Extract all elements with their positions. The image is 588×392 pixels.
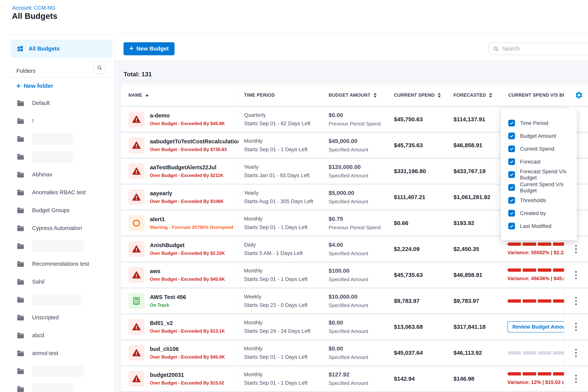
period-type: Yearly — [244, 164, 323, 170]
column-header[interactable]: FORECASTED — [448, 92, 502, 98]
budget-name[interactable]: aayearly — [150, 190, 224, 196]
column-menu-item-label: Forecast Spend V/s Budget — [520, 168, 577, 181]
table-row[interactable]: AWS Test 456 On Track Weekly Starts Sep … — [122, 288, 588, 314]
table-row[interactable]: bud_cli106 Over Budget - Exceeded By $45… — [122, 340, 588, 366]
column-settings-gear-icon[interactable] — [575, 91, 583, 99]
budget-amount-type: Specified Amount — [328, 328, 388, 334]
folder-list-item[interactable]: Unscripted — [16, 308, 112, 326]
budget-name[interactable]: a-demo — [150, 112, 225, 119]
alert-triangle-icon — [132, 167, 141, 176]
budget-name[interactable]: bud_cli106 — [150, 346, 225, 352]
grid-icon — [17, 45, 24, 52]
column-menu-item-label: Forecast — [520, 159, 540, 165]
time-period-cell: Yearly Starts Aug 01 - 305 Days Left — [238, 190, 323, 204]
checkbox-checked-icon[interactable] — [508, 171, 515, 178]
column-menu-item[interactable]: Last Modified — [508, 220, 577, 232]
folder-list-item[interactable] — [16, 237, 112, 255]
folder-list-item[interactable]: Default — [16, 94, 112, 112]
review-budget-amount-button[interactable]: Review Budget Amount — [508, 321, 564, 332]
checkbox-checked-icon[interactable] — [508, 184, 515, 191]
budget-status-text: Over Budget - Exceeded By $211K — [150, 173, 224, 178]
column-header[interactable]: BUDGET AMOUNT — [323, 92, 388, 98]
folder-list-item[interactable]: anmol-test — [16, 344, 112, 362]
budget-amount-value: $127.92 — [328, 371, 388, 378]
table-row[interactable]: AnishBudget Over Budget - Exceeded By $2… — [122, 237, 588, 263]
column-menu-item[interactable]: Created by — [508, 207, 577, 220]
folder-name: Unscripted — [32, 314, 59, 321]
folder-search-button[interactable] — [94, 62, 106, 74]
budget-name[interactable]: budget20031 — [150, 372, 224, 378]
budget-name-stack: alert1 Warning - Forecast 25756% Overspe… — [150, 216, 233, 230]
new-folder-button[interactable]: + New folder — [16, 82, 53, 90]
budget-name[interactable]: aws — [150, 268, 225, 274]
folder-list-item[interactable]: abcd — [16, 326, 112, 344]
row-menu-kebab-icon[interactable] — [573, 269, 579, 281]
current-spend-cell: $111,407.21 — [388, 194, 448, 200]
column-header[interactable]: NAME — [122, 92, 238, 98]
column-menu-item[interactable]: Forecast Spend V/s Budget — [508, 168, 577, 181]
row-menu-kebab-icon[interactable] — [573, 243, 579, 255]
checkbox-checked-icon[interactable] — [508, 197, 515, 204]
column-menu-item[interactable]: Time Period — [508, 117, 577, 130]
column-header[interactable]: TIME PERIOD — [238, 92, 323, 98]
folder-list-item[interactable]: Abhinav — [16, 166, 112, 184]
folder-list-item[interactable] — [16, 291, 112, 308]
row-menu-kebab-icon[interactable] — [573, 347, 579, 359]
period-detail: Starts 5 AM - 1 Days Left — [244, 250, 323, 256]
folder-list-item[interactable]: Anomalies RBAC test — [16, 184, 112, 202]
budget-name[interactable]: aaTestBudgetAlerts22Jul — [150, 164, 224, 171]
column-menu-item[interactable]: Budget Amount — [508, 130, 577, 142]
budget-status-icon-box — [128, 267, 144, 283]
folder-list-item[interactable]: ! — [16, 112, 112, 130]
budget-name[interactable]: AnishBudget — [150, 242, 225, 248]
budget-name[interactable]: AWS Test 456 — [150, 294, 186, 300]
folder-list-item[interactable]: Budget Groups — [16, 202, 112, 219]
checkbox-checked-icon[interactable] — [508, 146, 515, 152]
column-header[interactable]: CURRENT SPEND V/S BUDGET — [502, 92, 564, 98]
budget-name[interactable]: Bd01_v2 — [150, 320, 225, 326]
column-menu-item[interactable]: Forecast — [508, 155, 577, 168]
folder-list-item[interactable]: Cypress Automation — [16, 219, 112, 237]
table-row[interactable]: aws Over Budget - Exceeded By $45.6K Mon… — [122, 263, 588, 288]
spend-vs-budget-cell: Variance: 55502% | $2.22 — [502, 237, 564, 261]
table-row[interactable]: budget20031 Over Budget - Exceeded By $1… — [122, 366, 588, 392]
folder-list-item[interactable] — [16, 130, 112, 148]
row-menu-kebab-icon[interactable] — [573, 373, 579, 385]
table-header-row: NAME TIME PERIOD BUDGET AMOUNT CURRENT S… — [122, 84, 588, 107]
folder-name: Abhinav — [32, 172, 52, 178]
budget-name-cell: AnishBudget Over Budget - Exceeded By $2… — [122, 241, 238, 257]
folder-list-item[interactable] — [16, 148, 112, 166]
budget-status-icon-box — [128, 241, 144, 257]
new-budget-button[interactable]: + New Budget — [124, 42, 174, 55]
folder-list: Default ! Abhinav Anoma — [16, 94, 112, 392]
budget-name[interactable]: aabudgetToTestCostRecalculation2 — [150, 138, 238, 145]
folder-list-item[interactable]: Recommendations test — [16, 255, 112, 273]
folder-list-item[interactable] — [16, 380, 112, 392]
budget-amount-type: Previous Period Spend — [328, 225, 388, 230]
folder-list-item[interactable]: Sahil — [16, 273, 112, 291]
forecasted-cell: $193.92 — [448, 220, 502, 226]
checkbox-checked-icon[interactable] — [508, 120, 515, 126]
sidebar-item-all-budgets[interactable]: All Budgets — [10, 40, 112, 58]
folder-icon — [16, 260, 25, 268]
time-period-cell: Quarterly Starts Sep 01 - 62 Days Left — [238, 112, 323, 127]
checkbox-checked-icon[interactable] — [508, 223, 515, 230]
budget-search-input[interactable] — [502, 46, 588, 52]
column-header[interactable]: CURRENT SPEND — [388, 92, 448, 98]
column-menu-item[interactable]: Thresholds — [508, 194, 577, 207]
column-menu-item[interactable]: Current Spend — [508, 142, 577, 155]
checkbox-checked-icon[interactable] — [508, 210, 515, 216]
checkbox-checked-icon[interactable] — [508, 132, 515, 139]
budget-name-stack: aws Over Budget - Exceeded By $45.6K — [150, 268, 225, 282]
column-menu-item-label: Created by — [520, 210, 546, 216]
account-breadcrumb-link[interactable]: Account: CCM-NG — [12, 5, 55, 11]
table-row[interactable]: Bd01_v2 Over Budget - Exceeded By $13.1K… — [122, 314, 588, 340]
row-menu-kebab-icon[interactable] — [573, 321, 579, 333]
budget-name[interactable]: alert1 — [150, 216, 233, 222]
budget-status-text: Over Budget - Exceeded By $735.63 — [150, 147, 238, 152]
folder-list-item[interactable] — [16, 362, 112, 380]
row-menu-kebab-icon[interactable] — [573, 295, 579, 307]
checkbox-checked-icon[interactable] — [508, 158, 515, 165]
column-menu-item[interactable]: Current Spend V/s Budget — [508, 181, 577, 194]
spend-vs-budget-cell: Variance: 12% | $15.02 ov — [502, 366, 564, 391]
